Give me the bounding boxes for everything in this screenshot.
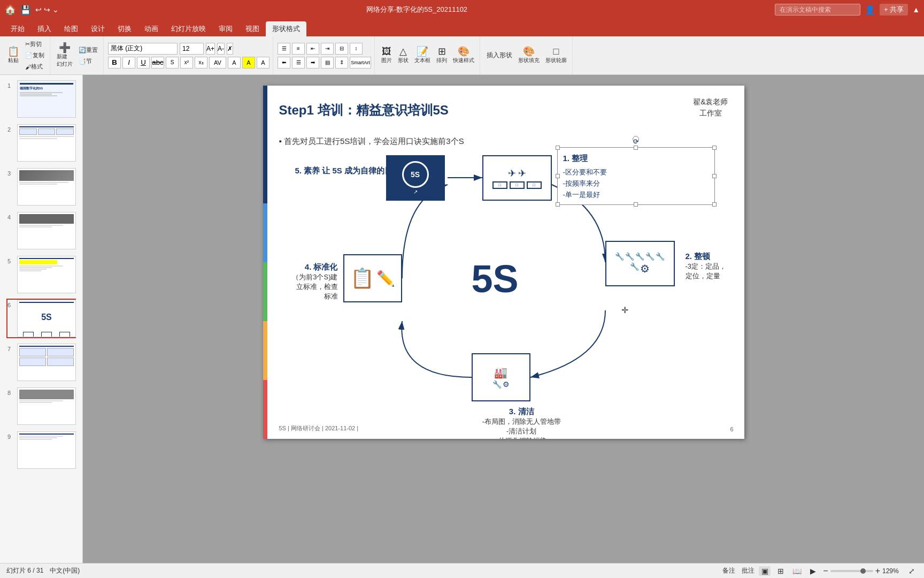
selection-handle-mr[interactable] [712,174,717,178]
slide-bullet[interactable]: ▪ 首先对员工进行5S培训，学会运用口诀实施前3个S [279,136,464,147]
bullets-button[interactable]: ☰ [278,43,290,55]
share-button[interactable]: + 共享 [880,4,908,16]
slide-thumb-5[interactable]: 5 [6,255,76,294]
copy-button[interactable]: 📄复制 [23,50,47,60]
paste-button[interactable]: 📋 粘贴 [5,45,21,65]
strikethrough-button[interactable]: abc [151,57,164,69]
convert-smartart-button[interactable]: SmartArt [350,57,371,69]
underline-button[interactable]: U [137,57,150,69]
tab-insert[interactable]: 插入 [31,21,58,36]
bold-button[interactable]: B [108,57,121,69]
slide-thumb-4[interactable]: 4 [6,211,76,250]
tab-transitions[interactable]: 切换 [111,21,138,36]
superscript-button[interactable]: x² [180,57,193,69]
text-box-1[interactable]: ⟳ 1. 整理 -区分要和不要 -按频率来分 -单一是最好 [557,147,715,205]
picture-button[interactable]: 🖼 图片 [379,45,394,65]
tab-view[interactable]: 视图 [239,21,266,36]
selection-handle-tr[interactable] [712,146,717,150]
align-left-button[interactable]: ⬅ [278,57,290,69]
selection-handle-br[interactable] [712,202,717,207]
slide-thumb-8[interactable]: 8 [6,386,76,426]
font-size-input[interactable] [180,43,204,55]
reset-button[interactable]: 🔄重置 [76,45,100,55]
textbox-button[interactable]: 📝 文本框 [412,45,433,65]
tab-start[interactable]: 开始 [4,21,31,36]
search-input[interactable] [775,4,860,16]
slide-thumb-3[interactable]: 3 [6,167,76,207]
label-3: 3. 清洁 -布局图，消除无人管地带 -清洁计划 -从源头消除污染 [482,407,561,439]
slide-thumb-2[interactable]: 2 [6,123,76,163]
tab-review[interactable]: 审阅 [212,21,239,36]
new-slide-button[interactable]: ➕ 新建幻灯片 [55,42,75,69]
tab-draw[interactable]: 绘图 [58,21,84,36]
align-right-button[interactable]: ➡ [306,57,319,69]
highlight-button[interactable]: A [242,57,255,69]
shape-outline-button[interactable]: □ 形状轮廓 [543,45,569,65]
box-org[interactable]: 🔧 🔧 🔧 🔧 🔧 🔧 ⚙ [605,241,675,286]
reading-view-button[interactable]: 📖 [791,566,803,576]
font-decrease-button[interactable]: A- [217,43,225,55]
font-color2-button[interactable]: A [257,57,270,69]
italic-button[interactable]: I [122,57,135,69]
justify-button[interactable]: ▤ [321,57,334,69]
subscript-button[interactable]: x₂ [195,57,207,69]
fit-slide-button[interactable]: ⤢ [906,566,918,576]
title-bar-actions[interactable]: 👤 + 共享 ▲ [775,4,920,16]
font-increase-button[interactable]: A+ [206,43,215,55]
tab-shape-format[interactable]: 形状格式 [266,21,306,36]
char-spacing-button[interactable]: AV [209,57,226,69]
selection-handle-ml[interactable] [556,174,560,178]
tab-animations[interactable]: 动画 [138,21,165,36]
zoom-level[interactable]: 129% [882,567,902,575]
line-spacing-button[interactable]: ⇕ [335,57,348,69]
slide-thumb-9[interactable]: 9 [6,430,76,470]
arrange-button[interactable]: ⊞ 排列 [434,45,449,65]
normal-view-button[interactable]: ▣ [759,566,771,576]
align-center-button[interactable]: ☰ [292,57,305,69]
box-std[interactable]: 📋 ✏️ [343,254,402,302]
text-direction-button[interactable]: ↕ [350,43,363,55]
shapes-button[interactable]: △ 形状 [396,45,411,65]
increase-indent-button[interactable]: ⇥ [321,43,334,55]
current-slide[interactable]: Step1 培训：精益意识培训5S 翟&袁老师 工作室 ▪ 首先对员工进行5S培… [263,86,744,439]
decrease-indent-button[interactable]: ⇤ [306,43,319,55]
slide-sorter-button[interactable]: ⊞ [775,566,787,576]
shape-fill-button[interactable]: 🎨 形状填充 [516,45,542,65]
window-controls[interactable]: 🏠 💾 ↩ ↪ ⌄ [4,4,59,16]
collapse-ribbon-button[interactable]: ▲ [912,5,920,14]
slide-thumb-1[interactable]: 1 德国数字化的5S [6,79,76,119]
clear-format-button[interactable]: ✗ [227,43,233,55]
tab-slideshow[interactable]: 幻灯片放映 [165,21,212,36]
font-name-input[interactable] [108,43,178,55]
slide-preview-8 [17,387,76,425]
box-5s[interactable]: 5S ↗ [386,155,445,201]
rotate-handle[interactable]: ⟳ [633,136,639,142]
cut-button[interactable]: ✂剪切 [23,39,47,49]
status-right: 备注 批注 ▣ ⊞ 📖 ▶ − + 129% ⤢ [722,566,918,576]
tab-design[interactable]: 设计 [84,21,111,36]
selection-handle-tc[interactable] [634,146,638,150]
notes-label[interactable]: 备注 [722,566,735,575]
zoom-out-button[interactable]: − [823,566,828,576]
label-1-line-3: -单一是最好 [563,189,709,201]
insert-shapes-button[interactable]: 插入形状 [484,50,514,61]
section-button[interactable]: 📑节 [76,56,100,66]
columns-button[interactable]: ⊟ [335,43,348,55]
quick-styles-button[interactable]: 🎨 快速样式 [451,45,476,65]
selection-handle-bc[interactable] [634,202,638,207]
shadow-button[interactable]: S [166,57,179,69]
slide-title[interactable]: Step1 培训：精益意识培训5S [279,102,449,119]
selection-handle-bl[interactable] [556,202,560,207]
box-sort[interactable]: ✈ ✈ □ □ □ [482,155,552,201]
comments-label[interactable]: 批注 [742,566,754,575]
slide-thumb-6[interactable]: 6 5S [6,299,76,338]
box-clean[interactable]: 🏭 🔧 ⚙ [472,353,530,401]
zoom-in-button[interactable]: + [875,566,880,576]
slide-thumb-7[interactable]: 7 [6,343,76,382]
selection-handle-tl[interactable] [556,146,560,150]
format-painter-button[interactable]: 🖌格式 [23,62,47,72]
font-color-button[interactable]: A [228,57,241,69]
zoom-slider[interactable] [830,570,873,572]
numbering-button[interactable]: ≡ [292,43,305,55]
slideshow-button[interactable]: ▶ [807,566,819,576]
